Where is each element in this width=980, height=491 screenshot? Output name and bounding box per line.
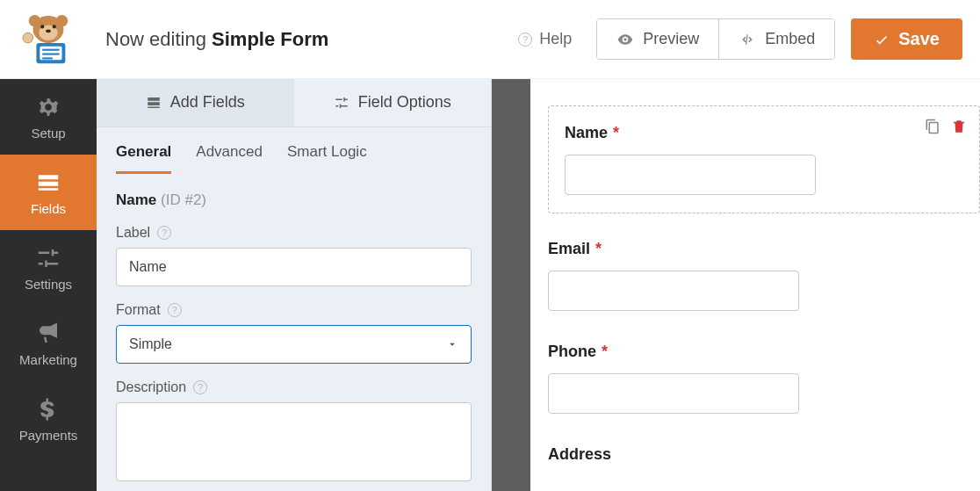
- form-preview: Name* Email* Phone* Address: [530, 79, 980, 491]
- panel-gutter[interactable]: [492, 79, 530, 491]
- format-label: Format ?: [116, 302, 472, 318]
- help-link[interactable]: ? Help: [518, 30, 572, 48]
- subtab-smart[interactable]: Smart Logic: [287, 143, 367, 174]
- section-title: Name (ID #2): [116, 191, 472, 209]
- dollar-icon: [35, 396, 61, 422]
- form-icon: [35, 170, 61, 196]
- format-select[interactable]: Simple: [116, 325, 472, 364]
- eye-icon: [616, 31, 634, 48]
- page-title: Now editing Simple Form: [105, 28, 328, 51]
- app-logo: [18, 9, 79, 70]
- svg-point-1: [29, 14, 41, 26]
- svg-point-2: [56, 14, 68, 26]
- preview-input[interactable]: [565, 155, 816, 195]
- tab-add-fields[interactable]: Add Fields: [97, 79, 294, 126]
- sidebar-item-setup[interactable]: Setup: [0, 79, 97, 155]
- settings-icon: [334, 95, 349, 111]
- options-panel: Add Fields Field Options General Advance…: [97, 79, 492, 491]
- help-icon[interactable]: ?: [157, 226, 171, 240]
- sidebar-item-fields[interactable]: Fields: [0, 155, 97, 230]
- help-icon: ?: [518, 32, 532, 47]
- subtab-general[interactable]: General: [116, 143, 171, 174]
- subtab-advanced[interactable]: Advanced: [196, 143, 263, 174]
- description-input[interactable]: [116, 402, 472, 481]
- svg-point-4: [40, 25, 44, 28]
- chevron-down-icon: [446, 338, 458, 350]
- svg-rect-10: [42, 48, 59, 50]
- svg-rect-11: [42, 53, 59, 54]
- preview-field-email[interactable]: Email*: [548, 240, 980, 311]
- topbar: Now editing Simple Form ? Help Preview E…: [0, 0, 980, 79]
- sliders-icon: [35, 245, 61, 271]
- bullhorn-icon: [35, 321, 61, 347]
- preview-input[interactable]: [548, 373, 799, 414]
- save-button[interactable]: Save: [851, 18, 962, 60]
- sidebar: Setup Fields Settings Marketing Payments: [0, 79, 97, 491]
- svg-point-5: [53, 25, 56, 28]
- label-label: Label ?: [116, 225, 472, 241]
- embed-button[interactable]: Embed: [718, 19, 834, 59]
- grid-icon: [146, 95, 162, 111]
- svg-point-7: [23, 32, 33, 43]
- sidebar-item-payments[interactable]: Payments: [0, 381, 97, 457]
- gear-icon: [35, 94, 61, 120]
- trash-icon[interactable]: [951, 119, 967, 134]
- description-label: Description ?: [116, 379, 472, 395]
- svg-point-6: [46, 29, 51, 32]
- code-icon: [739, 31, 756, 48]
- sidebar-item-marketing[interactable]: Marketing: [0, 306, 97, 381]
- svg-rect-12: [42, 57, 53, 59]
- help-icon[interactable]: ?: [193, 380, 207, 394]
- label-input[interactable]: [116, 248, 472, 286]
- sidebar-item-settings[interactable]: Settings: [0, 230, 97, 306]
- preview-field-name[interactable]: Name*: [548, 105, 980, 213]
- duplicate-icon[interactable]: [925, 119, 940, 134]
- preview-button[interactable]: Preview: [597, 19, 718, 59]
- check-icon: [874, 32, 890, 47]
- preview-input[interactable]: [548, 271, 799, 311]
- preview-field-address[interactable]: Address: [548, 445, 980, 464]
- help-icon[interactable]: ?: [168, 303, 182, 317]
- preview-field-phone[interactable]: Phone*: [548, 343, 980, 414]
- preview-embed-group: Preview Embed: [596, 18, 835, 60]
- tab-field-options[interactable]: Field Options: [294, 79, 492, 126]
